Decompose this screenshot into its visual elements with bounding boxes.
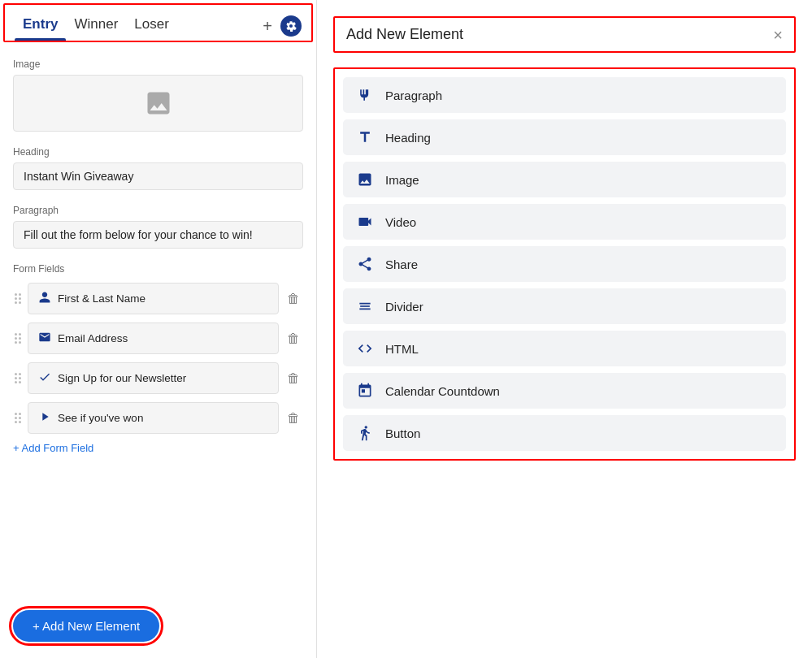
- paragraph-section: Paragraph Fill out the form below for yo…: [13, 205, 303, 249]
- heading-section: Heading Instant Win Giveaway: [13, 146, 303, 190]
- email-icon: [38, 331, 51, 346]
- panel-title: Add New Element: [346, 26, 463, 43]
- person-icon: [38, 291, 51, 306]
- element-list: Paragraph Heading Image Video: [333, 67, 796, 461]
- field-email-label: Email Address: [58, 332, 128, 344]
- field-newsletter-label: Sign Up for our Newsletter: [58, 372, 186, 384]
- add-form-field-label: + Add Form Field: [13, 442, 93, 454]
- element-video[interactable]: Video: [343, 204, 786, 240]
- element-image[interactable]: Image: [343, 162, 786, 197]
- calendar-icon: [356, 383, 374, 399]
- element-image-label: Image: [385, 173, 419, 187]
- share-icon: [356, 256, 374, 272]
- drag-handle-email[interactable]: [13, 330, 23, 347]
- heading-label: Heading: [13, 146, 303, 158]
- image-label: Image: [13, 58, 303, 70]
- add-new-element-button[interactable]: + Add New Element: [13, 610, 159, 642]
- element-video-label: Video: [385, 215, 416, 229]
- element-calendar-label: Calendar Countdown: [385, 384, 500, 398]
- add-tab-icon[interactable]: +: [263, 18, 272, 34]
- field-email[interactable]: Email Address: [28, 323, 279, 354]
- element-html-label: HTML: [385, 342, 419, 356]
- tab-entry[interactable]: Entry: [15, 11, 66, 41]
- paragraph-label: Paragraph: [13, 205, 303, 216]
- tabs-bar: Entry Winner Loser +: [3, 3, 313, 42]
- image-section: Image: [13, 58, 303, 132]
- close-button[interactable]: ×: [773, 27, 783, 43]
- delete-field-email[interactable]: 🗑: [284, 328, 303, 349]
- field-name-label: First & Last Name: [58, 292, 145, 305]
- element-share[interactable]: Share: [343, 246, 786, 282]
- element-divider-label: Divider: [385, 300, 423, 314]
- field-winner[interactable]: See if you've won: [28, 402, 279, 434]
- field-row-winner: See if you've won 🗑: [13, 402, 303, 434]
- html-icon: [356, 340, 374, 357]
- element-button[interactable]: Button: [343, 415, 786, 451]
- element-share-label: Share: [385, 258, 418, 271]
- field-name[interactable]: First & Last Name: [28, 283, 279, 314]
- paragraph-icon: [356, 87, 374, 103]
- image-icon: [144, 89, 173, 118]
- drag-handle-name[interactable]: [13, 290, 23, 307]
- right-panel: Add New Element × Paragraph Heading Imag…: [317, 0, 812, 658]
- delete-field-newsletter[interactable]: 🗑: [284, 368, 303, 389]
- field-row-email: Email Address 🗑: [13, 323, 303, 354]
- delete-field-winner[interactable]: 🗑: [284, 408, 303, 429]
- paragraph-value[interactable]: Fill out the form below for your chance …: [13, 221, 303, 249]
- button-icon: [356, 425, 374, 441]
- video-icon: [356, 214, 374, 230]
- left-panel: Entry Winner Loser + Image Heading Insta…: [0, 0, 317, 658]
- image-placeholder: [13, 75, 303, 132]
- image-element-icon: [356, 171, 374, 188]
- element-divider[interactable]: Divider: [343, 288, 786, 324]
- element-paragraph-label: Paragraph: [385, 89, 442, 102]
- element-heading[interactable]: Heading: [343, 119, 786, 155]
- drag-handle-newsletter[interactable]: [13, 370, 23, 387]
- divider-icon: [356, 298, 374, 314]
- element-calendar-countdown[interactable]: Calendar Countdown: [343, 373, 786, 409]
- check-icon: [38, 370, 51, 386]
- element-html[interactable]: HTML: [343, 331, 786, 366]
- element-heading-label: Heading: [385, 131, 431, 145]
- drag-handle-winner[interactable]: [13, 409, 23, 426]
- field-winner-label: See if you've won: [58, 412, 143, 424]
- element-button-label: Button: [385, 426, 420, 440]
- heading-value[interactable]: Instant Win Giveaway: [13, 162, 303, 190]
- heading-element-icon: [356, 129, 374, 145]
- tab-loser[interactable]: Loser: [126, 11, 177, 41]
- add-element-btn-wrap: + Add New Element: [0, 602, 316, 658]
- panel-header: Add New Element ×: [333, 16, 796, 53]
- tab-winner[interactable]: Winner: [66, 11, 126, 41]
- delete-field-name[interactable]: 🗑: [284, 288, 303, 310]
- add-form-field-btn[interactable]: + Add Form Field: [13, 442, 303, 454]
- tab-actions: +: [263, 15, 302, 37]
- field-row-name: First & Last Name 🗑: [13, 283, 303, 314]
- left-content: Image Heading Instant Win Giveaway Parag…: [0, 45, 316, 602]
- form-fields-label: Form Fields: [13, 263, 303, 275]
- field-row-newsletter: Sign Up for our Newsletter 🗑: [13, 362, 303, 394]
- field-newsletter[interactable]: Sign Up for our Newsletter: [28, 362, 279, 394]
- settings-icon[interactable]: [280, 15, 302, 37]
- element-paragraph[interactable]: Paragraph: [343, 77, 786, 113]
- arrow-icon: [38, 410, 51, 426]
- form-fields-section: Form Fields First & Last Name 🗑: [13, 263, 303, 454]
